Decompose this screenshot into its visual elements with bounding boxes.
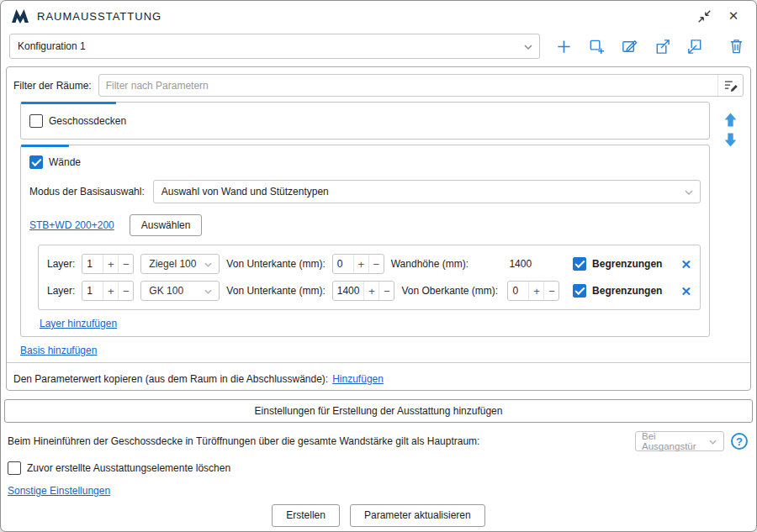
add-creation-settings-button[interactable]: Einstellungen für Erstellung der Ausstat…: [4, 399, 753, 423]
begrenzungen-group: Begrenzungen: [573, 257, 662, 271]
edit-configuration-icon[interactable]: [619, 36, 639, 56]
move-down-icon[interactable]: [723, 132, 738, 148]
von-unterkante-value: 0: [333, 258, 353, 270]
decrement-button[interactable]: −: [118, 255, 133, 273]
delete-existing-label: Zuvor erstellte Ausstattungselemente lös…: [27, 462, 230, 474]
raumausstattung-window: RAUMAUSSTATTUNG ✕ Konfiguration 1: [0, 0, 757, 532]
von-unterkante-label: Von Unterkante (mm):: [226, 285, 325, 297]
von-unterkante-stepper[interactable]: 1400 + −: [332, 281, 395, 301]
begrenzungen-label: Begrenzungen: [592, 258, 662, 270]
section-geschossdecken: Geschossdecken: [20, 102, 710, 140]
basis-type-link[interactable]: STB+WD 200+200: [29, 219, 114, 231]
section-tab-indicator: [21, 102, 116, 104]
copy-parameter-add-link[interactable]: Hinzufügen: [332, 373, 384, 385]
increment-button[interactable]: +: [363, 282, 378, 300]
wandhoehe-value: 1400: [497, 258, 544, 270]
configuration-select[interactable]: Konfiguration 1: [9, 34, 540, 59]
decrement-button[interactable]: −: [368, 255, 384, 273]
modus-row: Modus der Basisauswahl: Auswahl von Wand…: [29, 180, 701, 203]
configuration-select-value: Konfiguration 1: [18, 40, 86, 52]
remove-layer-icon[interactable]: ✕: [680, 258, 691, 271]
begrenzungen-label: Begrenzungen: [592, 285, 662, 297]
filter-input[interactable]: [99, 75, 717, 96]
modus-select-value: Auswahl von Wand und Stützentypen: [161, 186, 329, 198]
export-configuration-icon[interactable]: [652, 36, 672, 56]
section-tab-indicator: [21, 145, 69, 147]
layer-label: Layer:: [47, 258, 75, 270]
delete-existing-row: Zuvor erstellte Ausstattungselemente lös…: [8, 461, 749, 475]
close-icon[interactable]: ✕: [723, 6, 744, 26]
help-icon[interactable]: ?: [731, 433, 748, 450]
sections-area: Geschossdecken Wände Modus der Basisausw…: [7, 102, 750, 356]
auswaehlen-button[interactable]: Auswählen: [130, 214, 203, 236]
hauptraum-select[interactable]: Bei Ausgangstür: [635, 431, 724, 451]
app-logo-icon: [11, 8, 29, 24]
hauptraum-text: Beim Hineinführen der Geschossdecke in T…: [8, 435, 479, 447]
layers-panel: Layer: 1 + − Ziegel 100: [38, 245, 701, 310]
layer-count-stepper[interactable]: 1 + −: [82, 281, 134, 301]
begrenzungen-checkbox[interactable]: [573, 284, 586, 298]
chevron-down-icon: [685, 186, 693, 198]
other-settings-link[interactable]: Sonstige Einstellungen: [8, 485, 110, 497]
collapse-window-icon[interactable]: [693, 6, 715, 26]
layer-count-value: 1: [82, 285, 103, 297]
filter-edit-icon[interactable]: [717, 75, 743, 96]
basis-row: STB+WD 200+200 Auswählen: [29, 214, 701, 236]
hauptraum-select-value: Bei Ausgangstür: [642, 431, 707, 451]
begrenzungen-group: Begrenzungen: [573, 284, 662, 298]
add-configuration-icon[interactable]: [553, 36, 574, 56]
material-select-value: Ziegel 100: [149, 258, 196, 270]
add-basis-link[interactable]: Basis hinzufügen: [20, 345, 97, 356]
increment-button[interactable]: +: [103, 282, 118, 300]
delete-existing-checkbox[interactable]: [8, 461, 21, 475]
wandhoehe-label: Wandhöhe (mm):: [391, 258, 490, 270]
copy-parameter-row: Den Parameterwert kopieren (aus dem Raum…: [7, 362, 750, 385]
modus-select[interactable]: Auswahl von Wand und Stützentypen: [153, 180, 701, 203]
decrement-button[interactable]: −: [543, 282, 558, 300]
duplicate-configuration-icon[interactable]: [586, 36, 606, 56]
von-unterkante-label: Von Unterkante (mm):: [226, 258, 325, 270]
reorder-rail: [710, 102, 750, 356]
layer-count-stepper[interactable]: 1 + −: [82, 254, 134, 274]
delete-configuration-icon[interactable]: [726, 36, 746, 56]
move-up-icon[interactable]: [723, 112, 738, 128]
increment-button[interactable]: +: [353, 255, 368, 273]
modus-label: Modus der Basisauswahl:: [29, 186, 145, 198]
decrement-button[interactable]: −: [378, 282, 394, 300]
begrenzungen-checkbox[interactable]: [573, 257, 586, 271]
layer-count-value: 1: [82, 258, 103, 270]
add-layer-link[interactable]: Layer hinzufügen: [40, 318, 117, 329]
filter-label: Filter der Räume:: [13, 80, 92, 92]
von-oberkante-value: 0: [508, 285, 528, 297]
von-oberkante-stepper[interactable]: 0 + −: [507, 281, 559, 301]
geschossdecken-checkbox[interactable]: [29, 114, 43, 128]
material-select[interactable]: GK 100: [140, 281, 220, 301]
waende-checkbox[interactable]: [29, 155, 43, 169]
remove-layer-icon[interactable]: ✕: [680, 285, 691, 298]
chevron-down-icon: [709, 436, 717, 446]
sections-list: Geschossdecken Wände Modus der Basisausw…: [20, 102, 710, 356]
von-unterkante-value: 1400: [333, 285, 364, 297]
increment-button[interactable]: +: [103, 255, 118, 273]
parameter-aktualisieren-button[interactable]: Parameter aktualisieren: [350, 504, 485, 527]
copy-parameter-text: Den Parameterwert kopieren (aus dem Raum…: [13, 373, 328, 385]
layer-row: Layer: 1 + − Ziegel 100: [47, 250, 691, 277]
chevron-down-icon: [204, 285, 212, 297]
import-configuration-icon[interactable]: [685, 36, 705, 56]
decrement-button[interactable]: −: [118, 282, 133, 300]
erstellen-button[interactable]: Erstellen: [272, 504, 340, 527]
chevron-down-icon: [524, 40, 532, 52]
increment-button[interactable]: +: [528, 282, 543, 300]
configuration-row: Konfiguration 1: [1, 31, 756, 66]
layer-label: Layer:: [47, 285, 75, 297]
von-unterkante-stepper[interactable]: 0 + −: [332, 254, 384, 274]
rooms-panel: Filter der Räume: Geschossdecken: [6, 66, 751, 391]
title-bar: RAUMAUSSTATTUNG ✕: [1, 1, 756, 31]
geschossdecken-label: Geschossdecken: [49, 115, 126, 127]
material-select[interactable]: Ziegel 100: [140, 254, 220, 274]
von-oberkante-label: Von Oberkante (mm):: [401, 285, 500, 297]
filter-input-wrap: [98, 74, 744, 97]
footer-buttons: Erstellen Parameter aktualisieren: [1, 504, 756, 527]
section-waende: Wände Modus der Basisauswahl: Auswahl vo…: [20, 145, 710, 337]
waende-label: Wände: [49, 156, 81, 168]
